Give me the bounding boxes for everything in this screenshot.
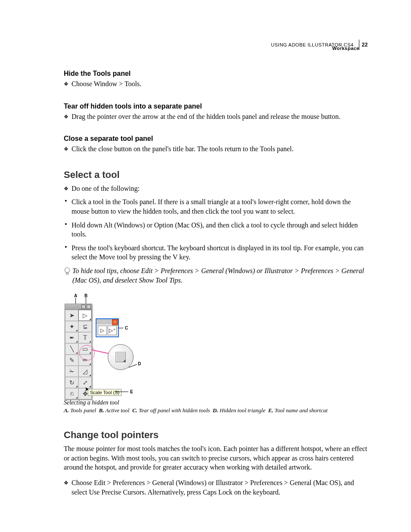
list-item: ❖ Do one of the following: [64, 184, 368, 193]
direct-selection-tool-icon: ▷ [98, 326, 107, 335]
item-text: Press the tool's keyboard shortcut. The … [72, 243, 368, 262]
line-tool-icon: ╲ [65, 343, 78, 355]
item-text: Click the close button on the panel's ti… [72, 144, 368, 154]
heading-close-panel: Close a separate tool panel [64, 135, 368, 143]
item-text: Drag the pointer over the arrow at the e… [72, 112, 368, 121]
figure-tools-panel: A B ➤ ▷ ✦ ⊊ ✒ T [64, 293, 202, 397]
panel-titlebar [65, 304, 92, 310]
heading-hide-tools: Hide the Tools panel [64, 70, 368, 78]
legend-text: Tool name and shortcut [275, 407, 328, 414]
list-item: ❖ Choose Edit > Preferences > General (W… [64, 478, 368, 497]
legend-text: Hidden tool triangle [220, 407, 265, 414]
tip: To hide tool tips, choose Edit > Prefere… [64, 266, 368, 285]
bullet-icon: • [65, 221, 72, 228]
tearoff-titlebar: × [97, 319, 118, 324]
tearoff-panel: × ▷ ▷⁺ [96, 318, 119, 337]
callout-line [118, 328, 123, 328]
magnifier-detail [108, 344, 134, 370]
diamond-bullet-icon: ❖ [64, 184, 72, 192]
paragraph: The mouse pointer for most tools matches… [64, 444, 368, 472]
selection-tool-icon: ➤ [65, 310, 78, 321]
list-item: • Press the tool's keyboard shortcut. Th… [65, 243, 368, 262]
legend-text: Active tool [105, 407, 129, 414]
legend-key: A. [64, 407, 69, 414]
blob-brush-tool-icon: ✁ [65, 366, 78, 377]
item-text: Hold down Alt (Windows) or Option (Mac O… [72, 221, 368, 239]
legend-key: E. [268, 407, 273, 414]
warp-tool-icon: ⎌ [65, 388, 78, 399]
legend-text: Tools panel [70, 407, 96, 414]
close-icon: × [112, 319, 118, 325]
item-text: Click a tool in the Tools panel. If ther… [72, 197, 368, 216]
paintbrush-tool-icon: ✎ [65, 355, 78, 366]
diamond-bullet-icon: ❖ [64, 478, 72, 486]
diamond-bullet-icon: ❖ [64, 144, 72, 152]
list-item: ❖ Click the close button on the panel's … [64, 144, 368, 154]
callout-label-e: E [130, 389, 133, 394]
magic-wand-tool-icon: ✦ [65, 321, 78, 332]
lasso-tool-icon: ⊊ [78, 321, 92, 332]
callout-label-d: D [138, 361, 141, 366]
diamond-bullet-icon: ❖ [64, 112, 72, 120]
diamond-bullet-icon: ❖ [64, 79, 72, 87]
figure-caption: Selecting a hidden tool [64, 399, 368, 406]
list-item: ❖ Drag the pointer over the arrow at the… [64, 112, 368, 121]
content: Hide the Tools panel ❖ Choose Window > T… [64, 70, 368, 497]
lightbulb-icon [64, 266, 72, 277]
close-icon [87, 305, 91, 309]
item-text: Do one of the following: [72, 184, 368, 193]
figure-legend: A. Tools panel B. Active tool C. Tear of… [64, 407, 368, 414]
direct-selection-tool-icon: ▷ [78, 310, 92, 321]
tip-text: To hide tool tips, choose Edit > Prefere… [72, 266, 368, 285]
collapse-icon [81, 305, 86, 309]
bullet-icon: • [65, 243, 72, 251]
group-selection-tool-icon: ▷⁺ [108, 326, 117, 335]
callout-line [115, 392, 128, 392]
page-header: USING ADOBE ILLUSTRATOR CS4 22 Workspace [271, 40, 368, 51]
page-number: 22 [362, 42, 368, 48]
bullet-icon: • [65, 197, 72, 205]
legend-text: Tear off panel with hidden tools [139, 407, 210, 414]
svg-point-0 [65, 268, 70, 273]
eraser-tool-icon: ◿ [78, 366, 92, 377]
hidden-tool-triangle-icon [123, 360, 125, 362]
legend-key: B. [99, 407, 104, 414]
callout-label-c: C [125, 326, 128, 330]
callout-line [75, 298, 76, 304]
item-text: Choose Window > Tools. [72, 79, 368, 89]
type-tool-icon: T [78, 332, 92, 343]
heading-change-pointers: Change tool pointers [64, 429, 368, 441]
list-item: ❖ Choose Window > Tools. [64, 79, 368, 89]
tool-button-enlarged [115, 352, 126, 362]
legend-key: D. [213, 407, 218, 414]
heading-tearoff: Tear off hidden tools into a separate pa… [64, 103, 368, 110]
pen-tool-icon: ✒ [65, 332, 78, 343]
tooltip: Scale Tool (S) [88, 389, 121, 396]
list-item: • Hold down Alt (Windows) or Option (Mac… [65, 221, 368, 239]
legend-key: C. [132, 407, 137, 414]
highlight-circle [79, 345, 95, 361]
heading-select-tool: Select a tool [64, 169, 368, 180]
list-item: • Click a tool in the Tools panel. If th… [65, 197, 368, 216]
rotate-tool-icon: ↻ [65, 377, 78, 388]
item-text: Choose Edit > Preferences > General (Win… [72, 478, 368, 497]
page: USING ADOBE ILLUSTRATOR CS4 22 Workspace… [0, 0, 411, 532]
